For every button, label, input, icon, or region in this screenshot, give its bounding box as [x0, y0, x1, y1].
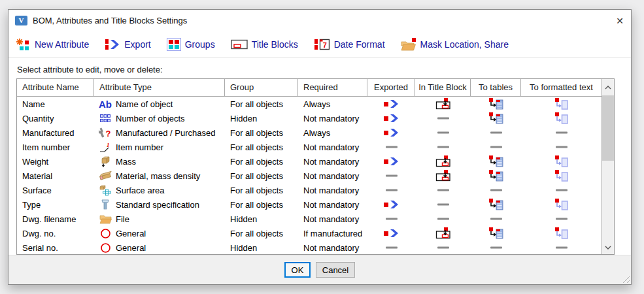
- attribute-type-cell: General: [94, 242, 225, 253]
- scrollbar-track[interactable]: [602, 95, 614, 241]
- app-logo-icon: V: [15, 16, 27, 25]
- dash-icon: [490, 189, 502, 191]
- in-title-block-cell: [415, 227, 471, 239]
- to-tables-cell: [471, 112, 521, 125]
- title-bar[interactable]: V BOM, Attributes and Title Blocks Setti…: [8, 10, 631, 31]
- table-row[interactable]: Item number1Item numberFor all objectsNo…: [17, 140, 602, 154]
- to-tables-cell: [471, 131, 521, 134]
- table-row[interactable]: TypeStandard specificationFor all object…: [17, 197, 602, 212]
- required-cell: Not mandatory: [298, 186, 367, 195]
- exported-cell: [367, 218, 415, 220]
- to-formatted-text-cell: [521, 131, 602, 134]
- required-cell: Not mandatory: [298, 214, 367, 224]
- column-header-group[interactable]: Group: [225, 79, 298, 96]
- dash-icon: [386, 189, 398, 191]
- attribute-type-label: Name of object: [116, 99, 173, 109]
- ok-button[interactable]: OK: [284, 262, 311, 278]
- mass-icon: [98, 156, 112, 167]
- in-title-block-cell: [415, 146, 471, 148]
- column-header-attribute-type[interactable]: Attribute Type: [94, 79, 225, 96]
- dash-icon: [556, 131, 568, 134]
- dash-icon: [490, 246, 502, 249]
- dash-icon: [437, 189, 449, 191]
- to-formatted-yes-icon: [555, 227, 568, 240]
- to-formatted-yes-icon: [555, 112, 568, 125]
- table-row[interactable]: Serial no.GeneralHiddenNot mandatory: [17, 240, 602, 255]
- toolbar-button-title-blocks[interactable]: Title Blocks: [231, 39, 298, 50]
- exported-cell: [367, 200, 415, 209]
- column-header-exported[interactable]: Exported: [367, 79, 415, 96]
- dash-icon: [490, 218, 502, 220]
- dash-icon: [437, 203, 449, 206]
- table-row[interactable]: NameAbName of objectFor all objectsAlway…: [17, 97, 602, 111]
- dash-icon: [437, 131, 449, 134]
- group-cell: For all objects: [225, 157, 298, 167]
- attribute-type-cell: File: [94, 214, 225, 224]
- toolbar-label: Date Format: [334, 39, 385, 50]
- table-row[interactable]: Dwg. no.GeneralFor all objectsIf manufac…: [17, 226, 602, 240]
- attribute-name-cell: Name: [17, 99, 94, 109]
- standard-specification-icon: [98, 199, 112, 210]
- exported-yes-icon: [383, 200, 400, 209]
- scroll-up-button[interactable]: [602, 79, 614, 95]
- select-attribute-label: Select attribute to edit, move or delete…: [17, 65, 631, 74]
- cancel-button[interactable]: Cancel: [316, 262, 355, 278]
- table-row[interactable]: WeightMassFor all objectsNot mandatory: [17, 154, 602, 169]
- material-icon: [98, 171, 112, 181]
- toolbar-button-export[interactable]: Export: [105, 38, 150, 51]
- group-cell: For all objects: [225, 171, 298, 181]
- attribute-type-cell: AbName of object: [94, 99, 225, 109]
- required-cell: Always: [298, 99, 367, 109]
- table-row[interactable]: QuantityNumber of objectsHiddenNot manda…: [17, 111, 602, 125]
- column-header-in-title-block[interactable]: In Title Block: [415, 79, 471, 96]
- to-formatted-text-cell: [521, 246, 602, 249]
- column-header-attribute-name[interactable]: Attribute Name: [17, 79, 94, 96]
- table-row[interactable]: MaterialMaterial, mass densityFor all ob…: [17, 169, 602, 183]
- column-header-to-tables[interactable]: To tables: [471, 79, 521, 96]
- mask-location-icon: [401, 38, 416, 51]
- scrollbar-thumb[interactable]: [602, 95, 614, 161]
- dash-icon: [556, 246, 568, 249]
- bom-settings-dialog: V BOM, Attributes and Title Blocks Setti…: [8, 9, 632, 285]
- file-icon: [98, 214, 112, 224]
- attribute-type-label: Surface area: [116, 186, 164, 195]
- column-header-to-formatted-text[interactable]: To formatted text: [521, 79, 602, 96]
- attribute-name-cell: Material: [17, 171, 94, 181]
- attribute-type-cell: Material, mass density: [94, 171, 225, 181]
- attributes-table: Attribute NameAttribute TypeGroupRequire…: [16, 78, 615, 255]
- in-title-block-yes-icon: [435, 170, 451, 182]
- column-header-required[interactable]: Required: [298, 79, 367, 96]
- table-row[interactable]: SurfaceSurface areaFor all objectsNot ma…: [17, 183, 602, 197]
- resize-grip[interactable]: [621, 274, 630, 283]
- table-row[interactable]: Manufactured?Manufactured / PurchasedFor…: [17, 125, 602, 140]
- attribute-name-cell: Surface: [17, 186, 94, 195]
- exported-yes-icon: [383, 157, 400, 166]
- table-row[interactable]: Dwg. filenameFileHiddenNot mandatory: [17, 212, 602, 226]
- group-cell: Hidden: [225, 243, 298, 253]
- toolbar-button-mask-location-share[interactable]: Mask Location, Share: [401, 38, 509, 51]
- table-body: NameAbName of objectFor all objectsAlway…: [17, 97, 614, 255]
- toolbar-button-new-attribute[interactable]: New Attribute: [16, 38, 89, 51]
- toolbar-button-groups[interactable]: Groups: [167, 38, 215, 51]
- required-cell: Not mandatory: [298, 200, 367, 210]
- in-title-block-cell: [415, 117, 471, 120]
- dialog-title: BOM, Attributes and Title Blocks Setting…: [33, 16, 187, 25]
- dash-icon: [386, 146, 398, 148]
- toolbar-button-date-format[interactable]: 7Date Format: [314, 38, 385, 51]
- group-cell: Hidden: [225, 114, 298, 123]
- attribute-type-label: File: [116, 214, 129, 224]
- to-formatted-yes-icon: [555, 98, 568, 110]
- attribute-name-cell: Quantity: [17, 114, 94, 123]
- to-formatted-text-cell: [521, 170, 602, 182]
- close-button[interactable]: ✕: [609, 10, 631, 31]
- to-formatted-text-cell: [521, 146, 602, 148]
- group-cell: For all objects: [225, 200, 298, 210]
- export-icon: [105, 38, 120, 51]
- to-formatted-text-cell: [521, 227, 602, 240]
- scroll-down-button[interactable]: [602, 241, 614, 254]
- in-title-block-cell: [415, 170, 471, 182]
- attribute-type-cell: 1Item number: [94, 142, 225, 153]
- exported-yes-icon: [383, 99, 400, 108]
- vertical-scrollbar[interactable]: [602, 79, 614, 254]
- general-icon: [98, 228, 112, 239]
